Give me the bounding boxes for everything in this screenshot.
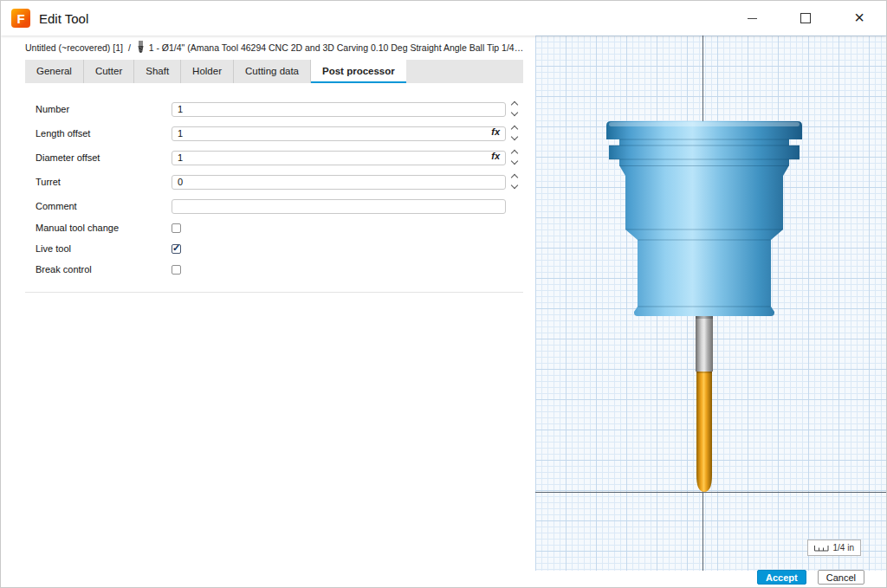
tool-preview-viewport[interactable]: 1/4 in bbox=[535, 36, 887, 571]
turret-label: Turret bbox=[25, 177, 172, 187]
stepper-down-icon bbox=[510, 109, 517, 116]
settings-panel: Untitled (~recovered) [1] / 1 - Ø1/4" (A… bbox=[1, 36, 535, 571]
checkbox-row-live-tool: Live tool bbox=[25, 243, 523, 254]
title-bar: F Edit Tool × bbox=[1, 1, 886, 36]
window-controls: × bbox=[725, 1, 886, 36]
stepper-down-icon bbox=[510, 182, 517, 189]
breadcrumb-separator: / bbox=[128, 42, 131, 53]
manual-tool-change-label: Manual tool change bbox=[25, 223, 172, 233]
checkbox-row-break-control: Break control bbox=[25, 264, 523, 275]
live-tool-checkbox[interactable] bbox=[172, 244, 181, 254]
field-row-comment: Comment bbox=[25, 198, 523, 213]
live-tool-label: Live tool bbox=[25, 243, 172, 254]
tab-cutter[interactable]: Cutter bbox=[84, 60, 134, 83]
diameter-offset-input[interactable] bbox=[172, 151, 506, 165]
dialog-title: Edit Tool bbox=[39, 11, 88, 26]
break-control-checkbox[interactable] bbox=[172, 265, 181, 275]
fx-expression-icon: fx bbox=[491, 151, 500, 161]
comment-label: Comment bbox=[25, 201, 172, 211]
fusion-logo-icon: F bbox=[11, 9, 30, 28]
close-button[interactable]: × bbox=[832, 1, 886, 36]
tab-holder[interactable]: Holder bbox=[181, 60, 234, 83]
stepper-up-icon bbox=[510, 126, 517, 132]
maximize-icon bbox=[800, 13, 811, 23]
tool-shaft-shape bbox=[696, 316, 713, 372]
diameter-offset-input-wrap: fx bbox=[172, 149, 506, 165]
ruler-icon bbox=[814, 545, 829, 552]
comment-input-wrap bbox=[172, 197, 506, 214]
edit-tool-dialog: F Edit Tool × Untitled (~recovered) [1] … bbox=[0, 0, 887, 588]
accept-button[interactable]: Accept bbox=[757, 570, 806, 585]
field-row-turret: Turret bbox=[25, 174, 523, 189]
stepper-up-icon bbox=[510, 174, 517, 181]
tab-shaft[interactable]: Shaft bbox=[134, 60, 181, 83]
tool-3d-render bbox=[535, 36, 887, 571]
stepper-down-icon bbox=[510, 133, 517, 140]
breadcrumb-document: Untitled (~recovered) [1] bbox=[25, 42, 123, 53]
stepper-up-icon bbox=[510, 101, 517, 108]
turret-input[interactable] bbox=[172, 175, 506, 190]
scale-label: 1/4 in bbox=[833, 543, 854, 552]
fx-expression-icon: fx bbox=[491, 126, 500, 137]
comment-input[interactable] bbox=[172, 199, 506, 214]
stepper-down-icon bbox=[510, 158, 517, 165]
turret-input-wrap bbox=[172, 173, 506, 190]
breadcrumb-tool-name: 1 - Ø1/4" (Amana Tool 46294 CNC 2D and 3… bbox=[149, 42, 526, 53]
number-stepper[interactable] bbox=[509, 102, 519, 115]
scale-indicator: 1/4 in bbox=[807, 540, 861, 556]
length-offset-input[interactable] bbox=[172, 126, 506, 141]
field-row-number: Number bbox=[25, 101, 523, 116]
stepper-up-icon bbox=[510, 150, 517, 157]
number-label: Number bbox=[25, 104, 172, 114]
tool-holder-shape bbox=[606, 121, 802, 316]
length-offset-stepper[interactable] bbox=[509, 126, 519, 139]
number-input-wrap bbox=[172, 100, 506, 117]
tool-bit-icon bbox=[136, 41, 144, 54]
cancel-button[interactable]: Cancel bbox=[818, 570, 864, 585]
dialog-footer: Accept Cancel bbox=[757, 570, 864, 585]
maximize-button[interactable] bbox=[779, 1, 832, 36]
break-control-label: Break control bbox=[25, 264, 172, 275]
field-row-length-offset: Length offset fx bbox=[25, 126, 523, 140]
length-offset-input-wrap: fx bbox=[172, 125, 506, 141]
field-row-diameter-offset: Diameter offset fx bbox=[25, 150, 523, 165]
manual-tool-change-checkbox[interactable] bbox=[172, 223, 181, 233]
tab-general[interactable]: General bbox=[25, 60, 84, 83]
tool-cutter-shape bbox=[696, 372, 712, 492]
length-offset-label: Length offset bbox=[25, 128, 172, 139]
tab-cutting-data[interactable]: Cutting data bbox=[234, 60, 311, 83]
minimize-icon bbox=[748, 18, 757, 19]
diameter-offset-stepper[interactable] bbox=[509, 151, 519, 164]
minimize-button[interactable] bbox=[725, 1, 779, 36]
post-processor-form: Number Length offset fx bbox=[25, 83, 523, 293]
breadcrumb: Untitled (~recovered) [1] / 1 - Ø1/4" (A… bbox=[25, 41, 526, 54]
number-input[interactable] bbox=[172, 102, 506, 117]
close-icon: × bbox=[854, 9, 864, 26]
diameter-offset-label: Diameter offset bbox=[25, 152, 172, 163]
tab-strip: General Cutter Shaft Holder Cutting data… bbox=[25, 60, 523, 83]
turret-stepper[interactable] bbox=[509, 175, 519, 188]
tab-post-processor[interactable]: Post processor bbox=[311, 60, 406, 83]
checkbox-row-manual-tool-change: Manual tool change bbox=[25, 223, 523, 233]
